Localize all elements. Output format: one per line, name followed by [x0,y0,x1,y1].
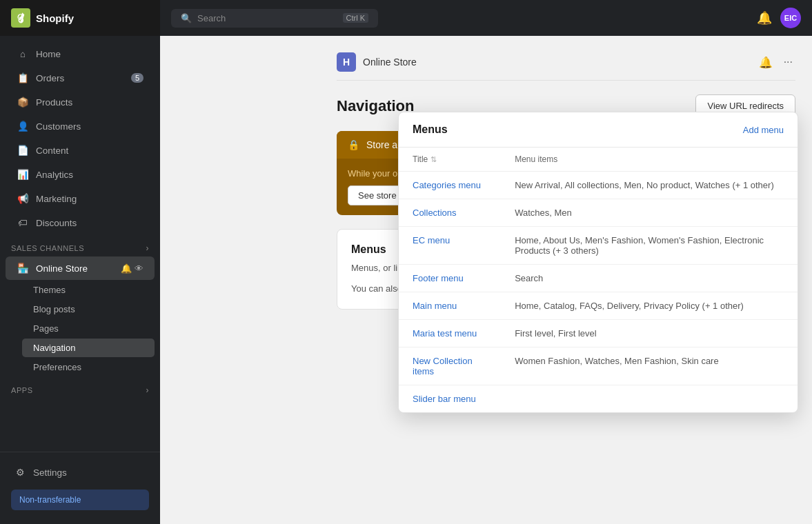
sidebar-item-online-store[interactable]: 🏪 Online Store 🔔 👁 [6,256,155,280]
os-title: Online Store [363,57,749,68]
non-transferable-item[interactable]: Non-transferable [11,490,149,510]
col-menu-items-header: Menu items [501,148,798,172]
menu-items-cell: Watches, Men [501,199,798,227]
keyboard-shortcut: Ctrl K [343,13,369,23]
menu-title-cell: Slider bar menu [399,385,501,413]
menu-items-cell: Women Fashion, Watches, Men Fashion, Ski… [501,347,798,385]
sidebar-store-name: Shopify [36,12,74,24]
online-store-sub: Themes Blog posts Pages Navigation Prefe… [17,281,160,376]
sidebar-item-label: Products [36,97,72,108]
col-title-header: Title ⇅ [399,148,501,172]
menu-title-cell: Footer menu [399,265,501,292]
sidebar-footer: ⚙ Settings Non-transferable [0,452,160,524]
menu-title-cell: Main menu [399,292,501,320]
menus-desc-prefix: You can also [351,283,405,294]
table-row: Maria test menu First level, First level [399,320,798,347]
sidebar-item-content[interactable]: 📄 Content [6,139,155,162]
menu-items-cell: Home, Catalog, FAQs, Delivery, Privacy P… [501,292,798,320]
menu-link[interactable]: Categories menu [413,180,481,190]
pin-icon[interactable]: 🔔 [121,263,132,274]
os-icon: H [337,52,356,72]
menu-items-cell: Search [501,265,798,292]
sidebar-item-label: Discounts [36,218,77,228]
add-menu-button[interactable]: Add menu [743,125,784,135]
sidebar-item-preferences[interactable]: Preferences [22,358,155,376]
sidebar-item-navigation[interactable]: Navigation [22,339,155,357]
sidebar-item-blog-posts[interactable]: Blog posts [22,300,155,319]
os-actions: 🔔 ··· [756,53,795,72]
os-bell-button[interactable]: 🔔 [756,53,775,72]
sort-icon[interactable]: ⇅ [430,155,437,163]
sidebar-item-label: Online Store [36,263,88,274]
analytics-icon: 📊 [17,168,29,181]
table-row: Slider bar menu [399,385,798,413]
menu-link[interactable]: EC menu [413,235,450,245]
orders-badge: 5 [131,73,143,83]
sidebar-item-label: Marketing [36,194,77,204]
products-icon: 📦 [17,96,29,108]
menu-link[interactable]: New Collection items [413,356,473,376]
sidebar-item-customers[interactable]: 👤 Customers [6,114,155,138]
home-icon: ⌂ [17,48,29,60]
discounts-icon: 🏷 [17,216,29,229]
blog-posts-label: Blog posts [33,304,75,314]
topbar: 🔍 Search Ctrl K 🔔 EIC [160,0,812,36]
os-more-button[interactable]: ··· [781,53,795,72]
table-row: Footer menu Search [399,265,798,292]
menu-link[interactable]: Collections [413,208,457,218]
table-row: New Collection items Women Fashion, Watc… [399,347,798,385]
menu-title-cell: EC menu [399,227,501,265]
preferences-label: Preferences [33,362,81,372]
sidebar-item-themes[interactable]: Themes [22,281,155,299]
sidebar-nav: ⌂ Home 📋 Orders 5 📦 Products 👤 Customers… [0,36,160,452]
menu-title-cell: New Collection items [399,347,501,385]
menu-link[interactable]: Slider bar menu [413,394,476,404]
menu-items-cell: New Arrival, All collections, Men, No pr… [501,172,798,199]
menu-title-cell: Categories menu [399,172,501,199]
search-bar[interactable]: 🔍 Search Ctrl K [171,9,378,28]
menu-items-cell: First level, First level [501,320,798,347]
search-icon: 🔍 [181,13,192,23]
themes-label: Themes [33,285,66,295]
menu-link[interactable]: Footer menu [413,273,464,283]
menus-table: Title ⇅ Menu items Categories menu New A… [399,148,798,412]
pages-label: Pages [33,323,59,334]
settings-icon: ⚙ [14,466,26,478]
menu-link[interactable]: Maria test menu [413,328,477,339]
bell-icon[interactable]: 🔔 [757,10,772,26]
eye-icon[interactable]: 👁 [135,263,143,274]
sidebar-item-products[interactable]: 📦 Products [6,90,155,114]
customers-icon: 👤 [17,120,29,132]
chevron-icon: › [146,243,149,253]
menu-title-cell: Collections [399,199,501,227]
menu-link[interactable]: Main menu [413,301,457,311]
menu-items-cell [501,385,798,413]
shopify-logo [11,8,30,28]
main-content: H Online Store 🔔 ··· Navigation View URL… [320,36,812,524]
sidebar-item-marketing[interactable]: 📢 Marketing [6,187,155,210]
sales-channels-section: Sales channels › [0,235,160,256]
sidebar-item-analytics[interactable]: 📊 Analytics [6,163,155,186]
navigation-label: Navigation [33,343,75,353]
search-placeholder: Search [197,13,226,23]
sidebar-item-label: Home [36,49,61,59]
table-row: Main menu Home, Catalog, FAQs, Delivery,… [399,292,798,320]
store-icon: 🏪 [17,262,29,274]
orders-icon: 📋 [17,72,29,84]
sidebar-item-home[interactable]: ⌂ Home [6,42,155,66]
popup-title: Menus [413,123,448,136]
lock-icon: 🔒 [348,139,359,150]
content-icon: 📄 [17,144,29,157]
menu-title-cell: Maria test menu [399,320,501,347]
table-row: Categories menu New Arrival, All collect… [399,172,798,199]
sidebar-item-orders[interactable]: 📋 Orders 5 [6,66,155,90]
menu-items-cell: Home, About Us, Men's Fashion, Women's F… [501,227,798,265]
sidebar-item-pages[interactable]: Pages [22,319,155,338]
sidebar-item-discounts[interactable]: 🏷 Discounts [6,211,155,234]
avatar[interactable]: EIC [780,8,801,28]
marketing-icon: 📢 [17,192,29,205]
table-row: EC menu Home, About Us, Men's Fashion, W… [399,227,798,265]
sidebar-item-settings[interactable]: ⚙ Settings [6,461,155,484]
apps-section: Apps › [0,377,160,398]
sidebar: Shopify ⌂ Home 📋 Orders 5 📦 Products 👤 C… [0,0,160,524]
